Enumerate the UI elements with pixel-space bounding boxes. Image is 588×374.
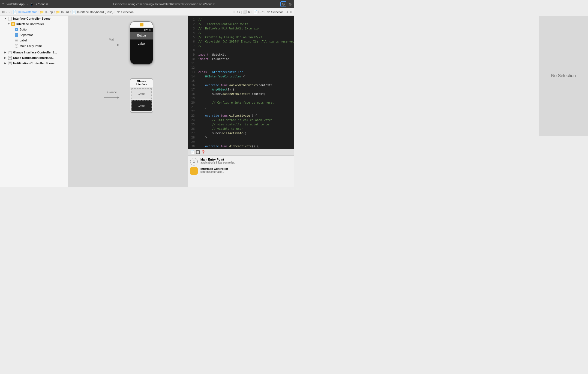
nav-label-notif-scene: Notification Controller Scene [13,62,55,65]
breadcrumb-back-right[interactable]: ‹ [236,10,238,14]
breadcrumb-storyboard[interactable]: Interface.storyboard (Base) [77,10,113,14]
nav-item-main-entry[interactable]: ⊙ Main Entry Point [0,43,68,49]
watch-dot-icon [140,23,143,26]
svg-rect-8 [8,56,12,60]
glance-arrow-svg [103,94,122,101]
nav-grid-icon[interactable]: ⊞ [2,10,5,14]
bc-r-arrows[interactable]: ⇆ [248,10,250,14]
glance-upper-group: Group [131,88,152,99]
nav-item-interface-controller-scene[interactable]: ▼ Interface Controller Scene [0,16,68,21]
svg-rect-10 [9,58,11,58]
main-entry-inspector-icon: ⊙ [190,158,198,165]
svg-rect-2 [9,19,11,19]
breadcrumb-hello-watchkit[interactable]: HelloWatchKit [18,10,37,14]
svg-rect-5 [8,51,12,54]
bc-sep3: › [70,10,71,13]
nav-label-scene: Interface Controller Scene [13,17,50,20]
bc-r-panel[interactable]: ⬜ [243,10,247,14]
bottom-tabs: 📄 🔲 ❓ [188,149,294,156]
canvas-area: Main 12:00 Button Label [68,16,188,187]
bc-r-ift[interactable]: I...ft [259,10,263,14]
bc-add-btn[interactable]: + [286,10,289,14]
entry-icon: ⊙ [14,44,19,48]
breadcrumb-storyboard-icon: 📄 [72,10,76,14]
inspector-controller-desc: screen's interface... [200,170,228,173]
top-bar-title: Finished running com.enmingx.HelloWatchK… [50,2,278,6]
breadcrumb-forward[interactable]: › [8,10,10,14]
breadcrumb-hpp[interactable]: H...pp [45,10,53,14]
static-scene-icon [8,56,12,60]
tab-inspector-icon[interactable]: 🔲 [196,150,200,154]
breadcrumb-no-selection-left[interactable]: No Selection [116,10,133,14]
watch-body [130,48,153,64]
svg-rect-12 [9,62,11,63]
bc-sep1: › [38,10,38,13]
adjust-icon[interactable]: ⊙ [280,1,286,7]
breadcrumb-no-selection-right[interactable]: No Selection [266,10,283,14]
tab-file-icon[interactable]: 📄 [190,150,194,154]
code-content: // // InterfaceController.swift // Hello… [196,16,294,149]
inspector-entry-controller: Interface Controller screen's interface.… [190,167,292,175]
breadcrumb-inrd[interactable]: In...rd [61,10,69,14]
top-bar: ≡ WatchKit App › 📱 iPhone 6 Finished run… [0,0,294,8]
nav-item-static-notif[interactable]: ▶ Static Notification Interface... [0,55,68,61]
nav-label-controller: Interface Controller [16,22,44,26]
main-scene-block: Main 12:00 Button Label [103,21,153,65]
bc-sep4: › [115,10,115,13]
notif-scene-icon [8,61,12,65]
watch-button-element: Button [130,32,153,39]
breadcrumb-file-icon: 📄 [13,10,17,14]
nav-item-interface-controller[interactable]: ▼ Interface Controller [0,21,68,27]
nav-item-notif-scene[interactable]: ▶ Notification Controller Scene [0,61,68,66]
tab-quick-help-icon[interactable]: ❓ [201,150,205,154]
separator-icon [14,33,19,37]
label-icon: Lbl [14,38,19,43]
nav-label-label: Label [20,39,27,42]
nav-label-entry: Main Entry Point [20,44,42,47]
bottom-content: ⊙ Main Entry Point application's initial… [188,156,294,179]
record-icon[interactable]: ⊕ [289,2,292,6]
bc-sep2: › [54,10,55,13]
triangle-static: ▶ [4,56,8,59]
inspector-entry-main: ⊙ Main Entry Point application's initial… [190,158,292,165]
breadcrumb-back[interactable]: ‹ [6,10,7,14]
nav-item-glance[interactable]: ▶ Glance Interface Controller S... [0,50,68,55]
top-bar-app-label: WatchKit App [7,2,25,6]
breadcrumb-sep-1: | [11,10,12,14]
watch-device-main: 12:00 Button Label [130,21,153,65]
hamburger-icon[interactable]: ≡ [2,2,4,6]
line-numbers: 12345 678910 1112131415 1617181920 21222… [188,16,196,149]
svg-rect-9 [9,57,11,58]
triangle-glance: ▶ [4,51,8,54]
nav-label-static-notif: Static Notification Interface... [13,56,55,59]
top-bar-device-label: iPhone 6 [36,2,48,6]
nav-grid-icon-right[interactable]: ⊞ [232,10,235,14]
top-bar-device-icon: 📱 [30,2,34,6]
main-arrow-svg [103,42,122,48]
svg-rect-13 [9,64,11,64]
glance-arrow-container: Glance [103,91,122,101]
triangle-controller: ▼ [8,23,11,25]
svg-rect-11 [8,62,12,65]
nav-label-separator: Separator [20,33,33,37]
breadcrumb-bar: ⊞ ‹ › | 📄 HelloWatchKit › 📁 H...pp › 📁 I… [0,8,294,16]
nav-item-separator[interactable]: Separator [0,32,68,38]
bc-r-file-icon: 📄 [253,10,257,14]
inspector-main-title: Main Entry Point [200,158,235,161]
bc-sep-r1: | [241,10,242,14]
glance-scene-icon [8,50,12,55]
inspector-controller-text: Interface Controller screen's interface.… [200,167,228,173]
nav-item-button[interactable]: B Button [0,27,68,32]
breadcrumb-forward-right[interactable]: › [239,10,240,14]
nav-item-label[interactable]: Lbl Label [0,38,68,43]
left-panel: ▼ Interface Controller Scene ▼ Interface… [0,16,68,187]
bc-close-btn[interactable]: × [290,10,292,14]
nav-label-button: Button [20,28,28,31]
svg-rect-1 [9,18,11,18]
code-area: 12345 678910 1112131415 1617181920 21222… [188,16,294,149]
nav-label-glance: Glance Interface Controller S... [13,51,57,54]
main-arrow-container: Main [103,38,122,48]
glance-lower-group: Group [131,100,152,111]
top-bar-chevron-right: › [27,2,28,6]
inspector-controller-title: Interface Controller [200,167,228,170]
